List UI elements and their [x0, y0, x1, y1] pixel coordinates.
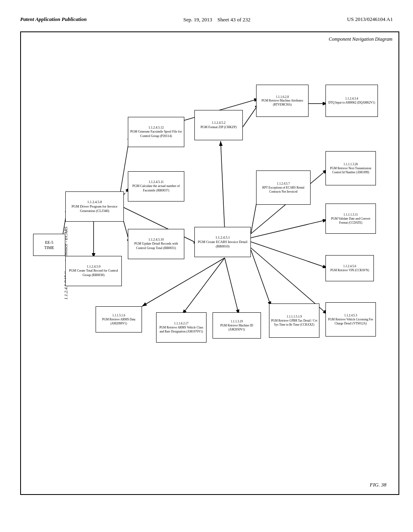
box-rb0031: 1.1.2.4.5.10PGM Update Detail Records wi…	[128, 229, 184, 259]
box-ccravn: 1.1.2.4.5.6PGM Retrieve VIN (CCRAVN)	[325, 255, 374, 281]
box-rtvemcha: 1.1.1.6.2.8PGM Retrieve Machine Attribut…	[256, 85, 309, 117]
svg-line-10	[225, 258, 239, 314]
box-ee5: EE-5TIME	[33, 234, 65, 256]
header-left: Patent Application Publication	[20, 16, 87, 23]
page-header: Patent Application Publication Sep. 19, …	[20, 16, 393, 23]
box-vts012a: 1.1.2.4.5.3PGM Retrieve Vehicle Licensin…	[325, 302, 376, 337]
diagram-title: Component Navigation Diagram	[329, 36, 392, 42]
svg-line-14	[251, 220, 327, 238]
box-ccdate: 1.1.1.1.3.11PGM Validate Date and Conver…	[325, 204, 376, 234]
diagram-container: Component Navigation Diagram 1.1.2.4.5 B…	[20, 31, 399, 495]
box-ccraxz: 1.1.1.1.5.1.9PGM Retrieve GPBR Tax Detai…	[269, 303, 319, 338]
box-rb0010: 1.1.2.4.5.1PGM Create ECARS Invoice Deta…	[194, 227, 251, 257]
svg-line-11	[251, 250, 271, 306]
box-rb0030: 1.1.2.4.5.9PGM Create Total Record for C…	[65, 256, 122, 286]
page: Patent Application Publication Sep. 19, …	[0, 0, 413, 532]
box-rpt-exceptions: 1.1.2.4.5.7RPT Exceptions of ECARS Renta…	[256, 170, 311, 205]
svg-line-17	[221, 141, 225, 230]
svg-line-9	[182, 258, 225, 314]
svg-line-12	[251, 242, 327, 268]
svg-line-8	[142, 258, 225, 306]
box-p20114: 1.1.2.4.5.12PGM Generate Facsimile Spool…	[128, 117, 184, 147]
box-chkzp: 1.1.2.4.5.2PGM Format ZIP (CHKZP)	[194, 110, 243, 140]
header-center: Sep. 19, 2013 Sheet 43 of 232	[184, 16, 250, 23]
box-rb0037: 1.1.2.4.5.11PGM Calculate the actual num…	[128, 171, 184, 202]
header-date: Sep. 19, 2013	[184, 17, 213, 23]
box-am2050v1-machine: 1.1.1.3.19PGM Retrieve Machine ID (AM205…	[213, 312, 261, 339]
box-am1099: 1.1.1.1.3.26PGM Retrieve Next Transmissi…	[325, 151, 376, 185]
box-am1070v1: 1.1.1.6.2.17PGM Retrieve ARMS Vehicle Cl…	[156, 312, 206, 343]
box-clj340: 1.1.2.4.5.8PGM Driver Program for Invoic…	[65, 191, 124, 222]
box-dqam62v1: 1.1.2.4.3.4DTQ Input to AM0062 (DQAM62V1…	[325, 85, 378, 117]
header-sheet: Sheet 43 of 232	[217, 17, 250, 23]
header-right: US 2013/0246104 A1	[347, 16, 393, 23]
fig-label: FIG. 38	[370, 482, 386, 488]
box-am2090v1: 1.1.1.5.1.6PGM Retrieve ARMS Data (AM209…	[96, 306, 142, 332]
